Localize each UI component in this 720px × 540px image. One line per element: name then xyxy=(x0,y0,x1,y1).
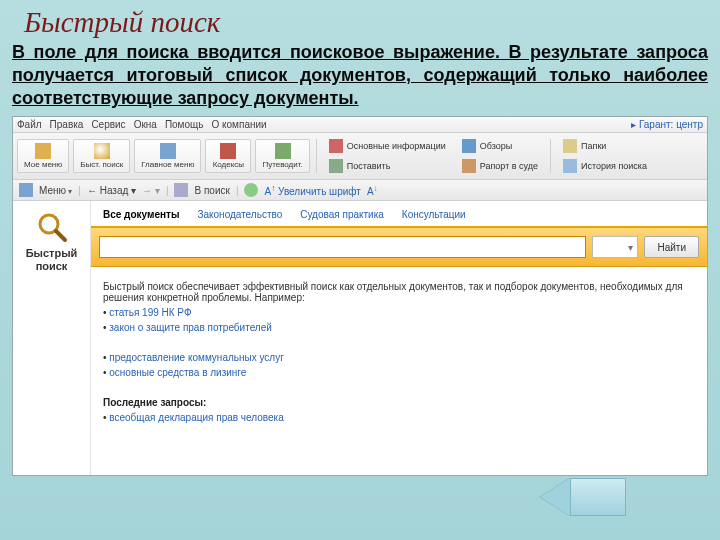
folder-icon xyxy=(563,139,577,153)
magnifier-large-icon xyxy=(36,211,68,243)
search-scope-dropdown[interactable]: ▾ xyxy=(592,236,638,258)
arrow-left-icon xyxy=(540,478,570,516)
brand-link[interactable]: ▸ Гарант: центр xyxy=(631,119,703,130)
forward-button[interactable]: → ▾ xyxy=(142,185,160,196)
menu-service[interactable]: Сервис xyxy=(91,119,125,130)
menu-edit[interactable]: Правка xyxy=(50,119,84,130)
menu-help[interactable]: Помощь xyxy=(165,119,204,130)
intro-text: Быстрый поиск обеспечивает эффективный п… xyxy=(103,281,695,303)
refresh-icon[interactable] xyxy=(244,183,258,197)
pin-icon xyxy=(329,159,343,173)
toolbar-history[interactable]: История поиска xyxy=(557,157,653,175)
toolbar-codex[interactable]: Кодексы xyxy=(205,139,251,174)
toolbar-main-menu[interactable]: Главное меню xyxy=(134,139,201,174)
star-icon xyxy=(35,143,51,159)
recent-label: Последние запросы: xyxy=(103,397,206,408)
toolbar-report[interactable]: Рапорт в суде xyxy=(456,157,544,175)
tab-legislation[interactable]: Законодательство xyxy=(195,205,284,226)
secondary-toolbar: Меню | ← Назад ▾ → ▾ | В поиск | A↑ Увел… xyxy=(13,180,707,201)
doc-icon xyxy=(329,139,343,153)
menu-file[interactable]: Файл xyxy=(17,119,42,130)
slide-title: Быстрый поиск xyxy=(0,0,720,41)
find-button[interactable]: Найти xyxy=(644,236,699,258)
menu-dropdown[interactable]: Меню xyxy=(39,185,72,196)
back-button[interactable]: ← Назад ▾ xyxy=(87,185,136,196)
history-icon xyxy=(563,159,577,173)
prev-slide-button[interactable] xyxy=(540,474,630,520)
search-input[interactable] xyxy=(99,236,586,258)
svg-line-1 xyxy=(56,231,65,240)
grid-icon xyxy=(160,143,176,159)
toolbar-info[interactable]: Основные информации xyxy=(323,137,452,155)
slide-description: В поле для поиска вводится поисковое выр… xyxy=(0,41,720,116)
toolbar-my-menu[interactable]: Мое меню xyxy=(17,139,69,174)
side-label-2: поиск xyxy=(36,260,68,272)
side-panel: Быстрыйпоиск xyxy=(13,201,91,475)
panel-icon xyxy=(174,183,188,197)
recent-link-1[interactable]: всеобщая декларация прав человека xyxy=(109,412,283,423)
menu-icon xyxy=(19,183,33,197)
toolbar-quick-search[interactable]: Быст. поиск xyxy=(73,139,130,174)
book-icon xyxy=(220,143,236,159)
search-help-body: Быстрый поиск обеспечивает эффективный п… xyxy=(91,267,707,437)
page-icon xyxy=(462,139,476,153)
example-link-2[interactable]: закон о защите прав потребителей xyxy=(109,322,272,333)
menu-windows[interactable]: Окна xyxy=(134,119,157,130)
tab-all-documents[interactable]: Все документы xyxy=(101,205,181,228)
zoom-in-button[interactable]: A↑ Увеличить шрифт xyxy=(264,183,360,197)
toolbar-reviews[interactable]: Обзоры xyxy=(456,137,544,155)
application-window: Файл Правка Сервис Окна Помощь О компани… xyxy=(12,116,708,476)
compass-icon xyxy=(275,143,291,159)
toolbar-guide[interactable]: Путеводит. xyxy=(255,139,309,174)
tab-consult[interactable]: Консультации xyxy=(400,205,468,226)
pencil-icon xyxy=(462,159,476,173)
search-bar: ▾ Найти xyxy=(91,228,707,267)
main-toolbar: Мое меню Быст. поиск Главное меню Кодекс… xyxy=(13,133,707,180)
zoom-out-button[interactable]: A↓ xyxy=(367,183,378,197)
toolbar-folders[interactable]: Папки xyxy=(557,137,653,155)
tab-court[interactable]: Судовая практика xyxy=(298,205,386,226)
toolbar-set[interactable]: Поставить xyxy=(323,157,452,175)
example-link-1[interactable]: статья 199 НК РФ xyxy=(109,307,191,318)
side-label-1: Быстрый xyxy=(26,247,78,259)
magnifier-icon xyxy=(94,143,110,159)
panel-button[interactable]: В поиск xyxy=(194,185,229,196)
menu-about[interactable]: О компании xyxy=(212,119,267,130)
example-link-4[interactable]: основные средства в лизинге xyxy=(109,367,246,378)
example-link-3[interactable]: предоставление коммунальных услуг xyxy=(109,352,284,363)
search-tabs: Все документы Законодательство Судовая п… xyxy=(91,201,707,228)
menubar: Файл Правка Сервис Окна Помощь О компани… xyxy=(13,117,707,133)
